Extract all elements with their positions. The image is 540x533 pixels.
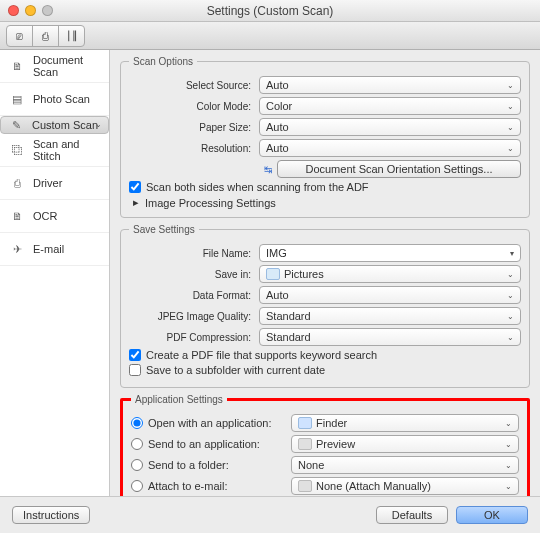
titlebar: Settings (Custom Scan) [0,0,540,22]
main-panel: Scan Options Select Source:Auto Color Mo… [110,50,540,496]
window-title: Settings (Custom Scan) [0,4,540,18]
orientation-settings-button[interactable]: Document Scan Orientation Settings... [277,160,521,178]
jpeg-quality-dropdown[interactable]: Standard [259,307,521,325]
instructions-button[interactable]: Instructions [12,506,90,524]
sidebar-item-custom-scan[interactable]: ✎Custom Scan [0,116,109,134]
sliders-icon: ∣∥ [66,29,78,42]
image-processing-disclosure[interactable]: ▸Image Processing Settings [133,196,521,209]
toolbar-general-settings[interactable]: ∣∥ [58,25,85,47]
sidebar-item-label: Custom Scan [32,119,98,131]
sidebar-item-label: OCR [33,210,57,222]
save-in-label: Save in: [129,269,259,280]
scan-both-sides-checkbox[interactable]: Scan both sides when scanning from the A… [129,181,521,193]
disclosure-triangle-icon: ▸ [133,196,139,209]
pdf-compression-label: PDF Compression: [129,332,259,343]
send-to-app-radio[interactable]: Send to an application: [131,438,291,450]
color-mode-label: Color Mode: [129,101,259,112]
open-with-app-dropdown[interactable]: Finder [291,414,519,432]
attach-email-dropdown[interactable]: None (Attach Manually) [291,477,519,495]
ok-button[interactable]: OK [456,506,528,524]
open-with-app-radio[interactable]: Open with an application: [131,417,291,429]
sidebar-item-label: Document Scan [33,54,101,78]
photo-icon: ▤ [8,92,26,106]
toolbar-scan-from-computer[interactable]: ⎚ [6,25,33,47]
color-mode-dropdown[interactable]: Color [259,97,521,115]
data-format-dropdown[interactable]: Auto [259,286,521,304]
folder-icon [266,268,280,280]
driver-icon: ⎙ [8,176,26,190]
attach-email-radio[interactable]: Attach to e-mail: [131,480,291,492]
sidebar-item-photo-scan[interactable]: ▤Photo Scan [0,83,109,116]
sidebar-item-label: Driver [33,177,62,189]
sidebar-item-label: Photo Scan [33,93,90,105]
save-subfolder-checkbox[interactable]: Save to a subfolder with current date [129,364,521,376]
paper-size-dropdown[interactable]: Auto [259,118,521,136]
toolbar: ⎚ ⎙ ∣∥ [0,22,540,50]
pdf-compression-dropdown[interactable]: Standard [259,328,521,346]
send-to-app-dropdown[interactable]: Preview [291,435,519,453]
data-format-label: Data Format: [129,290,259,301]
sidebar: 🗎Document Scan ▤Photo Scan ✎Custom Scan … [0,50,110,496]
scan-options-group: Scan Options Select Source:Auto Color Mo… [120,56,530,218]
bottom-bar: Instructions Defaults OK [0,496,540,532]
send-to-folder-dropdown[interactable]: None [291,456,519,474]
jpeg-quality-label: JPEG Image Quality: [129,311,259,322]
file-name-label: File Name: [129,248,259,259]
sidebar-item-scan-and-stitch[interactable]: ⿻Scan and Stitch [0,134,109,167]
document-icon: 🗎 [8,59,26,73]
application-settings-legend: Application Settings [131,394,227,405]
swap-icon[interactable]: ↹ [259,164,277,175]
select-source-label: Select Source: [129,80,259,91]
stitch-icon: ⿻ [8,143,26,157]
ocr-icon: 🗎 [8,209,26,223]
finder-icon [298,417,312,429]
email-icon: ✈ [8,242,26,256]
sidebar-item-document-scan[interactable]: 🗎Document Scan [0,50,109,83]
sidebar-item-ocr[interactable]: 🗎OCR [0,200,109,233]
send-to-folder-radio[interactable]: Send to a folder: [131,459,291,471]
save-settings-legend: Save Settings [129,224,199,235]
scan-options-legend: Scan Options [129,56,197,67]
sidebar-item-label: E-mail [33,243,64,255]
create-pdf-checkbox[interactable]: Create a PDF file that supports keyword … [129,349,521,361]
preview-icon [298,438,312,450]
mail-icon [298,480,312,492]
save-in-dropdown[interactable]: Pictures [259,265,521,283]
defaults-button[interactable]: Defaults [376,506,448,524]
paper-size-label: Paper Size: [129,122,259,133]
resolution-dropdown[interactable]: Auto [259,139,521,157]
custom-icon: ✎ [7,118,25,132]
select-source-dropdown[interactable]: Auto [259,76,521,94]
printer-icon: ⎙ [42,30,49,42]
application-settings-group: Application Settings Open with an applic… [120,394,530,496]
save-settings-group: Save Settings File Name:IMG▾ Save in:Pic… [120,224,530,388]
sidebar-item-email[interactable]: ✈E-mail [0,233,109,266]
file-name-input[interactable]: IMG▾ [259,244,521,262]
toolbar-scan-from-panel[interactable]: ⎙ [32,25,59,47]
resolution-label: Resolution: [129,143,259,154]
sidebar-item-driver[interactable]: ⎙Driver [0,167,109,200]
sidebar-item-label: Scan and Stitch [33,138,101,162]
monitor-icon: ⎚ [16,30,23,42]
